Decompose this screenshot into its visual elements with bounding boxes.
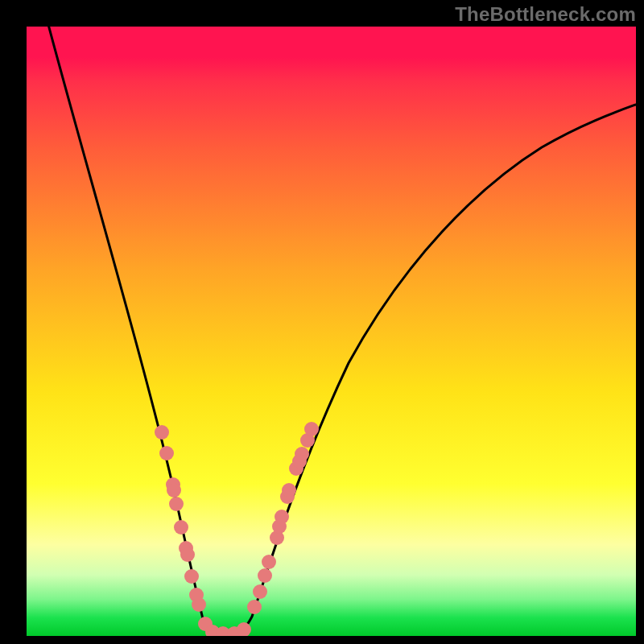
data-dot: [180, 547, 195, 562]
curve-right-curve: [228, 101, 636, 636]
data-dot: [155, 425, 169, 440]
data-dot: [275, 510, 289, 524]
plot-area: [27, 27, 636, 636]
data-dot: [304, 422, 319, 436]
data-dot: [169, 497, 184, 511]
data-dot: [247, 600, 262, 614]
data-dot: [184, 569, 199, 584]
data-dot: [159, 446, 174, 460]
data-dot: [174, 520, 188, 535]
data-dot: [237, 622, 251, 636]
data-dot: [292, 454, 307, 469]
data-dot: [253, 584, 267, 599]
chart-svg: [27, 27, 636, 636]
data-dot: [258, 568, 272, 583]
data-dot: [192, 597, 206, 612]
chart-frame: TheBottleneck.com: [0, 0, 644, 644]
data-dot: [282, 483, 296, 497]
data-dot: [262, 555, 276, 569]
curve-left-curve: [47, 27, 228, 636]
data-dot: [167, 483, 181, 497]
watermark-text: TheBottleneck.com: [455, 3, 636, 26]
